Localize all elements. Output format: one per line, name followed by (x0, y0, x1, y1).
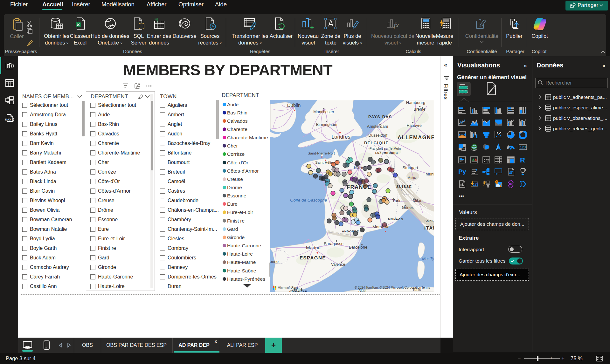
svg-text:123: 123 (473, 183, 478, 186)
svg-text:ITAL: ITAL (424, 225, 434, 230)
svg-text:Py: Py (458, 168, 466, 175)
svg-text:onne: onne (270, 259, 279, 264)
svg-text:ESPAGNE: ESPAGNE (300, 255, 326, 260)
svg-text:Madrid: Madrid (306, 245, 321, 250)
svg-text:Dublin: Dublin (287, 102, 301, 108)
svg-text:MONACO: MONACO (388, 217, 403, 221)
svg-text:Londres: Londres (331, 134, 350, 140)
svg-text:Golfe de Gascogne: Golfe de Gascogne (290, 198, 327, 203)
svg-text:Valence: Valence (331, 262, 345, 267)
svg-text:Microsoft Bing: Microsoft Bing (278, 286, 298, 290)
svg-text:ALLEMAGNE: ALLEMAGNE (398, 134, 434, 140)
svg-text:© 2024 TomTom, © 2024 Microsof: © 2024 TomTom, © 2024 Microsoft Corporat… (355, 286, 421, 289)
svg-text:PAYS-BAS: PAYS-BAS (368, 115, 392, 119)
svg-text:DAX: DAX (5, 118, 11, 121)
svg-text:Gênes: Gênes (402, 205, 414, 210)
svg-text:Stuttgart: Stuttgart (402, 165, 418, 170)
svg-text:BELGIQUE: BELGIQUE (364, 141, 389, 145)
svg-text:Saragosse: Saragosse (324, 241, 343, 246)
svg-text:Terms: Terms (421, 286, 430, 289)
svg-text:Vaduz: Vaduz (408, 176, 417, 180)
svg-text:Saint-Pierre-Port: Saint-Pierre-Port (308, 151, 335, 155)
svg-text:Hanovre: Hanovre (406, 123, 421, 128)
svg-text:Saint-: Saint- (425, 219, 434, 223)
svg-text:fx: fx (394, 21, 399, 29)
svg-text:Barcelone: Barcelone (349, 245, 368, 250)
svg-text:Manchester: Manchester (313, 110, 334, 114)
svg-text:Brême: Brême (414, 107, 426, 112)
svg-text:SUISSE: SUISSE (396, 185, 412, 189)
svg-text:Munic: Munic (426, 172, 434, 176)
svg-text:Hambourg: Hambourg (406, 100, 426, 105)
svg-text:Birmingham: Birmingham (316, 122, 337, 127)
svg-text:Düsseldorf: Düsseldorf (368, 133, 387, 138)
svg-text:Mer Tyrrh: Mer Tyrrh (422, 257, 434, 261)
svg-text:Amsterdam: Amsterdam (367, 124, 388, 129)
svg-text:LUXEMBOURG: LUXEMBOURG (375, 151, 398, 155)
svg-text:123: 123 (520, 145, 526, 149)
svg-text:R: R (520, 156, 525, 164)
svg-text:Marseille: Marseille (372, 224, 390, 229)
